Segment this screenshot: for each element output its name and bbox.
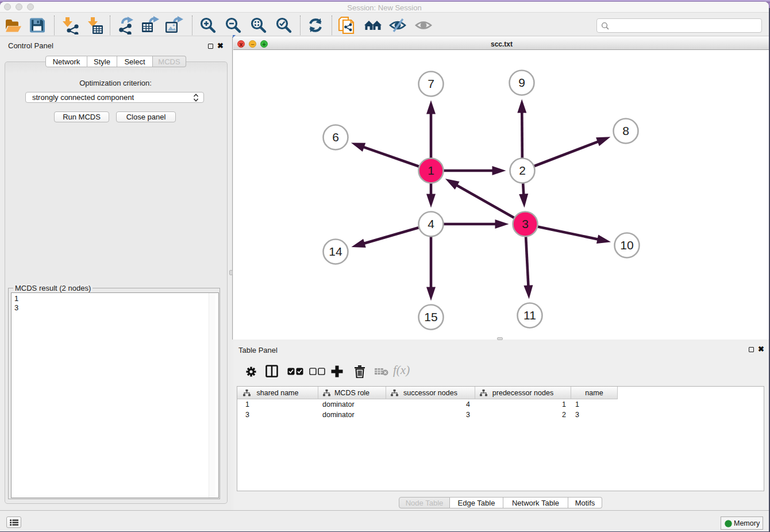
- svg-text:4: 4: [428, 217, 434, 230]
- svg-text:15: 15: [424, 310, 437, 323]
- svg-text:1: 1: [428, 164, 434, 177]
- svg-text:7: 7: [428, 77, 434, 90]
- svg-text:9: 9: [518, 76, 525, 89]
- svg-text:10: 10: [620, 238, 633, 252]
- svg-text:2: 2: [519, 164, 526, 177]
- svg-text:11: 11: [523, 309, 536, 322]
- svg-text:8: 8: [622, 124, 629, 137]
- svg-text:6: 6: [332, 130, 339, 144]
- svg-text:3: 3: [522, 217, 529, 230]
- svg-text:14: 14: [329, 245, 342, 258]
